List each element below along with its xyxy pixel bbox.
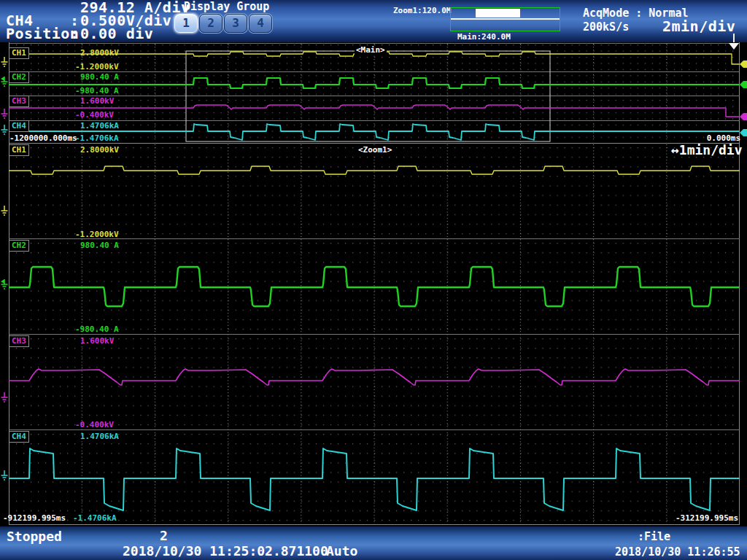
zoom-bar-divider	[451, 18, 560, 20]
zoom-record-label: Zoom1:120.0M	[393, 7, 451, 15]
main-ch4-scale-bottom: -1.4706kA	[75, 134, 119, 143]
zoom-ch2-scale-top: 980.40 A	[80, 241, 119, 250]
trigger-timestamp: 2018/10/30 11:25:02.871100	[123, 545, 328, 559]
main-view-title: <Main>	[355, 46, 387, 55]
trigger-mode: Auto	[326, 545, 357, 559]
oscilloscope-screen: 294.12 A/div CH4 : 0.500V/div Position :…	[0, 0, 747, 560]
zoom-window-indicator[interactable]	[476, 9, 520, 18]
zoom-waveform-panel	[0, 143, 747, 526]
ground-icon	[1, 392, 8, 402]
main-ch4-label: CH4	[9, 120, 29, 132]
main-record-label: Main:240.0M	[457, 33, 511, 42]
file-label[interactable]: :File	[638, 532, 670, 543]
top-status-bar: 294.12 A/div CH4 : 0.500V/div Position :…	[0, 0, 747, 42]
main-ch2-scale-bottom: -980.40 A	[75, 87, 119, 96]
main-ch1-scale-top: 2.8000kV	[80, 49, 119, 58]
main-timebase: 2min/div	[662, 19, 735, 34]
channel-zero-marker[interactable]	[740, 113, 747, 120]
main-ch3-label: CH3	[9, 96, 29, 107]
ground-icon	[1, 109, 8, 118]
position-label: Position	[6, 26, 79, 42]
zoom-timebase: ↔1min/div	[671, 144, 743, 158]
main-ch4-scale-top: 1.4706kA	[80, 122, 119, 131]
zoom-ch4-label: CH4	[9, 431, 29, 443]
bottom-status-bar: Stopped 2 2018/10/30 11:25:02.871100 Aut…	[0, 526, 747, 560]
zoom-ch4-scale-top: 1.4706kA	[80, 432, 119, 441]
display-group-button-2[interactable]: 2	[199, 14, 222, 33]
trigger-source-ground-icon	[1, 279, 8, 289]
display-group-label: Display Group	[184, 1, 269, 13]
zoom-ch2-label: CH2	[9, 240, 29, 252]
main-ch3-scale-bottom: -0.400kV	[75, 111, 114, 120]
channel-zero-marker[interactable]	[740, 61, 747, 68]
zoom-ch3-scale-top: 1.600kV	[80, 337, 114, 346]
position-value: 0.00 div	[80, 26, 153, 42]
channel-zero-marker[interactable]	[740, 129, 747, 136]
main-ch1-scale-bottom: -1.2000kV	[75, 63, 119, 71]
colon: :	[70, 26, 80, 42]
main-time-left: -1200000.000ms	[9, 134, 77, 143]
zoom-time-left: -912199.995ms	[3, 514, 66, 523]
zoom-ch4-scale-bottom: -1.4706kA	[73, 514, 117, 523]
ground-icon	[1, 206, 8, 215]
zoom-ch3-label: CH3	[9, 335, 29, 347]
main-time-right: 0.000ms	[689, 134, 740, 143]
display-group-button-1[interactable]: 1	[174, 14, 198, 33]
main-ch1-label: CH1	[9, 47, 29, 59]
main-ch2-scale-top: 980.40 A	[80, 73, 119, 82]
zoom-ch2-scale-bottom: -980.40 A	[75, 325, 119, 334]
trigger-source-ground-icon	[1, 77, 8, 86]
main-ch3-scale-top: 1.600kV	[80, 97, 114, 106]
record-number: 2	[160, 529, 168, 543]
channel-zero-marker[interactable]	[740, 81, 747, 88]
trigger-position-tick	[733, 34, 735, 42]
zoom-ch1-label: CH1	[9, 144, 29, 156]
sample-rate: 200kS/s	[583, 22, 629, 34]
display-group-button-3[interactable]: 3	[224, 14, 247, 33]
acquisition-state: Stopped	[7, 530, 62, 544]
zoom-time-right: -312199.995ms	[664, 514, 738, 523]
clock: 2018/10/30 11:26:55	[615, 547, 740, 559]
display-group-button-4[interactable]: 4	[249, 14, 272, 33]
zoom-view-title: <Zoom1>	[357, 146, 393, 155]
zoom-position-bar[interactable]	[450, 7, 560, 31]
zoom-ch1-scale-bottom: -1.2000kV	[75, 230, 119, 239]
zoom-ch1-scale-top: 2.8000kV	[80, 146, 119, 155]
zoom-ch3-scale-bottom: -0.400kV	[75, 421, 114, 429]
ground-icon	[1, 470, 8, 480]
ground-icon	[1, 125, 8, 134]
ground-icon	[1, 57, 8, 66]
main-ch2-label: CH2	[9, 71, 29, 83]
